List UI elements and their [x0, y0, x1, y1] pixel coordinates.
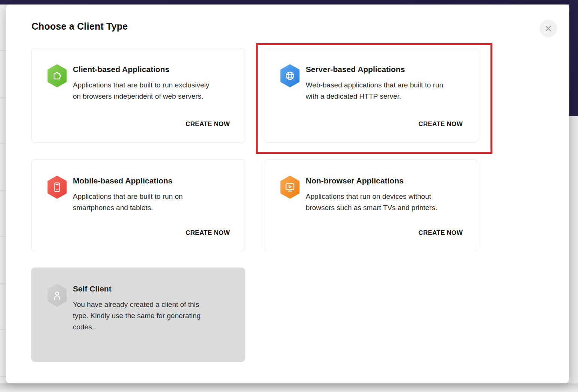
card-description: Applications that run on devices without… — [306, 191, 445, 213]
globe-icon — [279, 64, 300, 87]
page-right-banner-strip — [569, 0, 578, 116]
page-bottom-strip — [0, 383, 578, 392]
puzzle-icon — [47, 64, 68, 87]
page-top-bar — [0, 0, 578, 5]
card-title: Mobile-based Applications — [73, 176, 172, 185]
close-button[interactable] — [540, 20, 557, 37]
tv-play-icon — [279, 176, 300, 199]
card-description: Applications that are built to run exclu… — [73, 80, 212, 102]
card-description: You have already created a client of thi… — [73, 299, 212, 333]
card-self-client: Self Client You have already created a c… — [31, 267, 245, 362]
card-title: Client-based Applications — [73, 65, 169, 74]
card-client-based-applications[interactable]: Client-based Applications Applications t… — [31, 48, 245, 143]
close-icon — [545, 25, 552, 32]
card-server-based-applications[interactable]: Server-based Applications Web-based appl… — [264, 48, 478, 143]
card-title: Self Client — [73, 284, 112, 293]
person-icon — [47, 284, 68, 307]
smartphone-icon — [47, 176, 68, 199]
card-description: Applications that are built to run on sm… — [73, 191, 212, 213]
create-now-link[interactable]: CREATE NOW — [186, 229, 230, 237]
card-non-browser-applications[interactable]: Non-browser Applications Applications th… — [264, 159, 478, 251]
page-right-content-strip — [569, 116, 578, 383]
page-left-table-strip — [0, 5, 6, 383]
choose-client-type-dialog: Choose a Client Type Client-based Applic… — [6, 5, 569, 383]
card-title: Server-based Applications — [306, 65, 405, 74]
card-mobile-based-applications[interactable]: Mobile-based Applications Applications t… — [31, 159, 245, 251]
create-now-link[interactable]: CREATE NOW — [418, 120, 463, 128]
dialog-title: Choose a Client Type — [32, 21, 128, 32]
create-now-link[interactable]: CREATE NOW — [418, 229, 463, 237]
card-title: Non-browser Applications — [306, 176, 404, 185]
create-now-link[interactable]: CREATE NOW — [186, 120, 230, 128]
card-description: Web-based applications that are built to… — [306, 80, 445, 102]
